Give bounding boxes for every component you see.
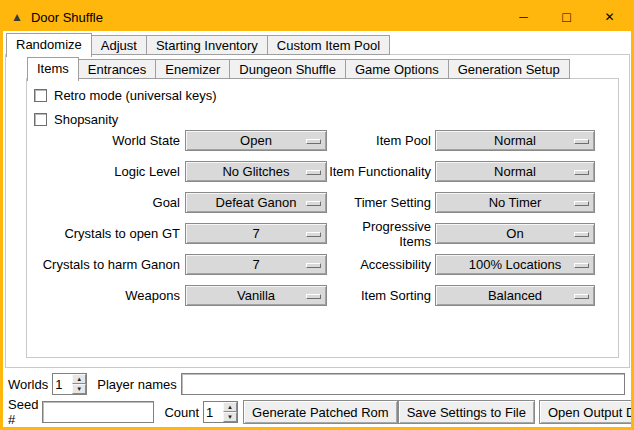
spin-up-button[interactable]: ▲ — [72, 374, 86, 384]
logic-level-value: No Glitches — [222, 164, 289, 179]
count-label: Count — [164, 405, 199, 420]
accessibility-label: Accessibility — [327, 257, 431, 272]
progressive-items-label: Progressive Items — [327, 219, 431, 249]
tab-custom-item-pool[interactable]: Custom Item Pool — [268, 35, 390, 55]
shopsanity-checkbox[interactable] — [34, 113, 47, 126]
window-controls: ─ □ ✕ — [502, 3, 631, 31]
logic-level-dropdown[interactable]: No Glitches — [185, 161, 327, 182]
app-window: ▲ Door Shuffle ─ □ ✕ Randomize Adjust St… — [0, 0, 634, 430]
crystals-open-gt-value: 7 — [252, 226, 259, 241]
count-spinner[interactable]: ▲ ▼ — [203, 401, 238, 423]
outer-tab-bar: Randomize Adjust Starting Inventory Cust… — [6, 33, 390, 55]
item-functionality-value: Normal — [494, 164, 536, 179]
spin-down-button[interactable]: ▼ — [72, 384, 86, 394]
tab-generation-setup[interactable]: Generation Setup — [449, 59, 570, 79]
worlds-input[interactable] — [53, 374, 72, 394]
retro-mode-row: Retro mode (universal keys) — [34, 88, 217, 103]
dropdown-indicator-icon — [574, 170, 589, 175]
goal-value: Defeat Ganon — [216, 195, 297, 210]
option-row: Logic Level No Glitches Item Functionali… — [3, 161, 631, 182]
item-pool-value: Normal — [494, 133, 536, 148]
tab-starting-inventory[interactable]: Starting Inventory — [147, 35, 268, 55]
accessibility-value: 100% Locations — [469, 257, 562, 272]
shopsanity-label[interactable]: Shopsanity — [54, 112, 118, 127]
spin-down-icon: ▼ — [76, 386, 82, 392]
item-functionality-label: Item Functionality — [327, 164, 431, 179]
progressive-items-dropdown[interactable]: On — [435, 223, 595, 244]
generate-patched-rom-button[interactable]: Generate Patched Rom — [243, 400, 398, 424]
actions-row: Seed # Count ▲ ▼ Generate Patched Rom Sa… — [8, 400, 625, 424]
crystals-harm-ganon-value: 7 — [252, 257, 259, 272]
retro-mode-label[interactable]: Retro mode (universal keys) — [54, 88, 217, 103]
tab-randomize[interactable]: Randomize — [6, 33, 92, 57]
option-row: Crystals to open GT 7 Progressive Items … — [3, 223, 631, 244]
dropdown-indicator-icon — [306, 263, 321, 268]
open-output-directory-button[interactable]: Open Output Directory — [539, 400, 634, 424]
item-pool-dropdown[interactable]: Normal — [435, 130, 595, 151]
worlds-row: Worlds ▲ ▼ Player names — [8, 373, 625, 395]
spin-down-icon: ▼ — [227, 414, 233, 420]
goal-label: Goal — [3, 195, 180, 210]
player-names-label: Player names — [97, 377, 176, 392]
item-pool-label: Item Pool — [327, 133, 431, 148]
dropdown-indicator-icon — [574, 232, 589, 237]
world-state-value: Open — [240, 133, 272, 148]
option-row: Crystals to harm Ganon 7 Accessibility 1… — [3, 254, 631, 275]
tab-adjust[interactable]: Adjust — [92, 35, 147, 55]
shopsanity-row: Shopsanity — [34, 112, 118, 127]
count-input[interactable] — [204, 402, 223, 422]
close-button[interactable]: ✕ — [588, 3, 631, 31]
client-area: Randomize Adjust Starting Inventory Cust… — [3, 31, 631, 427]
dropdown-indicator-icon — [306, 294, 321, 299]
tab-dungeon-shuffle[interactable]: Dungeon Shuffle — [230, 59, 346, 79]
retro-mode-checkbox[interactable] — [34, 89, 47, 102]
option-row: World State Open Item Pool Normal — [3, 130, 631, 151]
option-row: Weapons Vanilla Item Sorting Balanced — [3, 285, 631, 306]
timer-setting-label: Timer Setting — [327, 195, 431, 210]
dropdown-indicator-icon — [306, 139, 321, 144]
crystals-harm-ganon-dropdown[interactable]: 7 — [185, 254, 327, 275]
tab-enemizer[interactable]: Enemizer — [156, 59, 230, 79]
app-icon: ▲ — [11, 11, 23, 23]
world-state-dropdown[interactable]: Open — [185, 130, 327, 151]
timer-setting-dropdown[interactable]: No Timer — [435, 192, 595, 213]
item-functionality-dropdown[interactable]: Normal — [435, 161, 595, 182]
weapons-dropdown[interactable]: Vanilla — [185, 285, 327, 306]
dropdown-indicator-icon — [574, 201, 589, 206]
crystals-open-gt-dropdown[interactable]: 7 — [185, 223, 327, 244]
dropdown-indicator-icon — [574, 139, 589, 144]
item-sorting-label: Item Sorting — [327, 288, 431, 303]
item-sorting-value: Balanced — [488, 288, 542, 303]
dropdown-indicator-icon — [574, 263, 589, 268]
dropdown-indicator-icon — [306, 170, 321, 175]
seed-input[interactable] — [42, 401, 154, 423]
tab-game-options[interactable]: Game Options — [346, 59, 449, 79]
item-sorting-dropdown[interactable]: Balanced — [435, 285, 595, 306]
spin-down-button[interactable]: ▼ — [223, 412, 237, 422]
window-title: Door Shuffle — [31, 10, 103, 25]
tab-items[interactable]: Items — [27, 57, 79, 81]
worlds-spinner[interactable]: ▲ ▼ — [52, 373, 87, 395]
titlebar[interactable]: ▲ Door Shuffle ─ □ ✕ — [3, 3, 631, 31]
spin-up-button[interactable]: ▲ — [223, 402, 237, 412]
logic-level-label: Logic Level — [3, 164, 180, 179]
crystals-harm-ganon-label: Crystals to harm Ganon — [3, 257, 180, 272]
weapons-label: Weapons — [3, 288, 180, 303]
player-names-input[interactable] — [181, 373, 625, 395]
accessibility-dropdown[interactable]: 100% Locations — [435, 254, 595, 275]
count-spin-buttons: ▲ ▼ — [223, 402, 237, 422]
spin-up-icon: ▲ — [227, 404, 233, 410]
options-grid: World State Open Item Pool Normal Logic … — [3, 130, 631, 316]
option-row: Goal Defeat Ganon Timer Setting No Timer — [3, 192, 631, 213]
maximize-button[interactable]: □ — [545, 3, 588, 31]
inner-tab-bar: Items Entrances Enemizer Dungeon Shuffle… — [27, 57, 570, 79]
progressive-items-value: On — [506, 226, 523, 241]
dropdown-indicator-icon — [574, 294, 589, 299]
world-state-label: World State — [3, 133, 180, 148]
seed-label: Seed # — [8, 397, 38, 427]
goal-dropdown[interactable]: Defeat Ganon — [185, 192, 327, 213]
tab-entrances[interactable]: Entrances — [79, 59, 157, 79]
save-settings-button[interactable]: Save Settings to File — [398, 400, 535, 424]
timer-setting-value: No Timer — [489, 195, 542, 210]
minimize-button[interactable]: ─ — [502, 3, 545, 31]
